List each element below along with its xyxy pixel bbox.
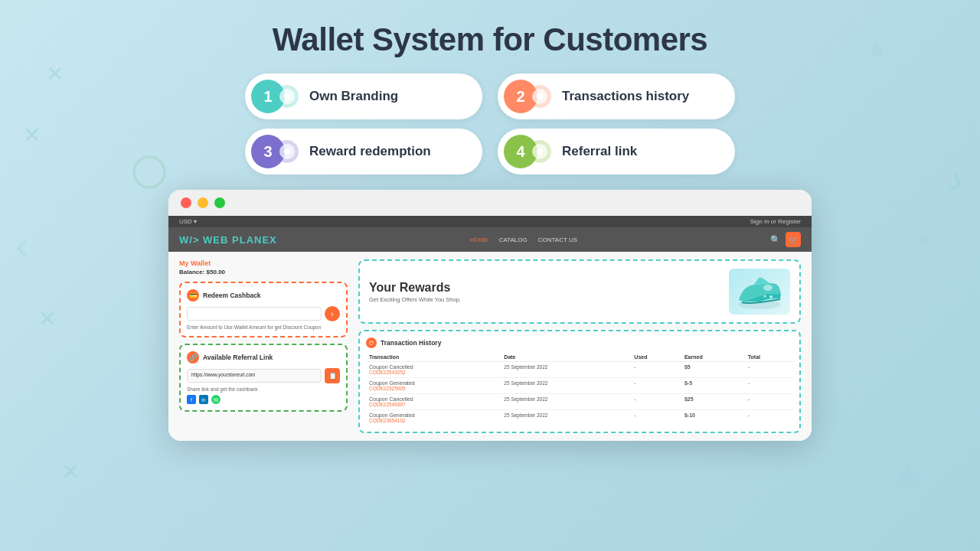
whatsapp-share-icon[interactable]: W [211,395,220,404]
svg-point-6 [769,295,773,298]
feature-3-toggle-dot [284,148,290,155]
feature-badge-3: 3 Reward redemption [245,129,482,174]
redeem-icon: 💳 [187,289,199,302]
redeem-submit-button[interactable]: › [325,306,340,321]
trans-date-0: 25 September 2022 [501,362,631,378]
social-icons: f in W [187,395,340,404]
redeem-title: Redeem Cashback [203,292,261,299]
referral-card: 🔗 Available Referral Link https://www.yo… [179,344,348,412]
trans-date-3: 25 September 2022 [501,410,631,426]
feature-4-toggle [528,140,551,163]
browser-dot-minimize[interactable] [198,197,208,208]
referral-header: 🔗 Available Referral Link [187,351,340,364]
feature-1-toggle [276,85,299,108]
feature-1-toggle-inner [279,89,295,104]
deco-cross-1: ✕ [46,61,64,86]
trans-code-0: CODE22543252 [369,370,498,375]
feature-4-toggle-dot [537,148,543,155]
feature-4-number-wrap: 4 [504,135,551,168]
nav-home[interactable]: HOME [470,236,488,243]
rewards-subtext: Get Exciting Offers While You Shop. [369,296,461,303]
browser-bar [168,190,812,216]
feature-2-number-wrap: 2 [504,80,551,113]
rewards-banner: Your Rewards Get Exciting Offers While Y… [358,259,801,324]
store-content: My Wallet Balance: $50.00 💳 Redeem Cashb… [168,252,812,441]
browser-dot-close[interactable] [181,197,191,208]
auth-links: Sign In or Register [750,218,801,225]
linkedin-share-icon[interactable]: in [199,395,208,404]
trans-name-1: Coupon Generated CODE22325005 [366,378,501,394]
feature-2-toggle-dot [537,93,543,99]
nav-catalog[interactable]: CATALOG [499,236,528,243]
col-used: Used [631,353,681,362]
feature-1-toggle-dot [284,93,290,99]
facebook-share-icon[interactable]: f [187,395,196,404]
deco-cross-2: ✕ [23,122,41,148]
store-icons: 🔍 🛒 [770,232,801,247]
store-menu: HOME CATALOG CONTACT US [470,236,577,243]
store-nav: W/> WEB PLANEX HOME CATALOG CONTACT US 🔍… [168,227,812,252]
svg-point-7 [763,295,766,297]
redeem-card: 💳 Redeem Cashback › Enter Amount to Use … [179,282,348,337]
store-header: USD ▾ Sign In or Register W/> WEB PLANEX… [168,216,812,252]
trans-total-3: - [745,410,793,426]
referral-title: Available Referral Link [203,354,273,361]
right-panel: Your Rewards Get Exciting Offers While Y… [348,259,801,433]
svg-marker-0 [867,40,887,58]
browser-window: USD ▾ Sign In or Register W/> WEB PLANEX… [168,190,812,441]
trans-date-1: 25 September 2022 [501,378,631,394]
svg-point-5 [763,285,773,291]
transaction-header: ⏱ Transaction History [366,337,793,348]
transaction-table-header: Transaction Date Used Earned Total [366,353,793,362]
page-title: Wallet System for Customers [0,0,980,73]
trans-used-0: - [631,362,681,378]
trans-used-3: - [631,410,681,426]
trans-total-2: - [745,394,793,410]
table-row: Coupon Generated CODE22325005 25 Septemb… [366,378,793,394]
feature-2-toggle [528,85,551,108]
feature-3-label: Reward redemption [309,144,431,159]
trans-earned-2: $25 [681,394,745,410]
feature-3-number-wrap: 3 [251,135,299,168]
feature-badge-1: 1 Own Branding [245,73,482,119]
deco-circle-1 [130,153,168,194]
deco-star-1 [865,38,888,64]
currency-selector[interactable]: USD ▾ [179,218,197,225]
nav-contact[interactable]: CONTACT US [538,236,577,243]
trans-code-2: CODE22546387 [369,402,498,407]
trans-name-3: Coupon Generated CODE23654102 [366,410,501,426]
feature-3-toggle-inner [279,144,295,159]
features-grid: 1 Own Branding 2 Transactions history 3 [199,73,781,174]
redeem-header: 💳 Redeem Cashback [187,289,340,302]
trans-date-2: 25 September 2022 [501,394,631,410]
col-date: Date [501,353,631,362]
trans-code-3: CODE23654102 [369,418,498,423]
col-transaction: Transaction [366,353,501,362]
feature-badge-4: 4 Referral link [498,129,735,174]
feature-3-toggle [276,140,299,163]
table-row: Coupon Generated CODE23654102 25 Septemb… [366,410,793,426]
search-icon[interactable]: 🔍 [770,235,781,245]
trans-used-1: - [631,378,681,394]
redeem-hint: Enter Amount to Use Wallet Amount for ge… [187,324,340,330]
referral-icon: 🔗 [187,351,199,364]
trans-earned-0: $5 [681,362,745,378]
feature-2-label: Transactions history [562,89,689,104]
transaction-icon: ⏱ [366,337,377,348]
store-top-bar: USD ▾ Sign In or Register [168,216,812,227]
deco-arrow-right: › [942,152,971,207]
table-row: Coupon Cancelled CODE22546387 25 Septemb… [366,394,793,410]
wallet-balance: Balance: $50.00 [179,269,348,276]
trans-total-0: - [745,362,793,378]
feature-4-toggle-inner [532,144,547,159]
copy-referral-button[interactable]: 📋 [325,368,340,383]
store-logo: W/> WEB PLANEX [179,234,277,246]
deco-arrow-left: › [15,230,28,274]
browser-dot-maximize[interactable] [214,197,225,208]
transaction-table: Transaction Date Used Earned Total Coupo… [366,353,793,425]
rewards-text: Your Rewards Get Exciting Offers While Y… [369,281,461,303]
referral-url-display: https://www.yourstoreurl.com [187,369,322,383]
svg-marker-1 [917,231,933,246]
cart-button[interactable]: 🛒 [786,232,801,247]
redeem-amount-input[interactable] [187,307,322,321]
